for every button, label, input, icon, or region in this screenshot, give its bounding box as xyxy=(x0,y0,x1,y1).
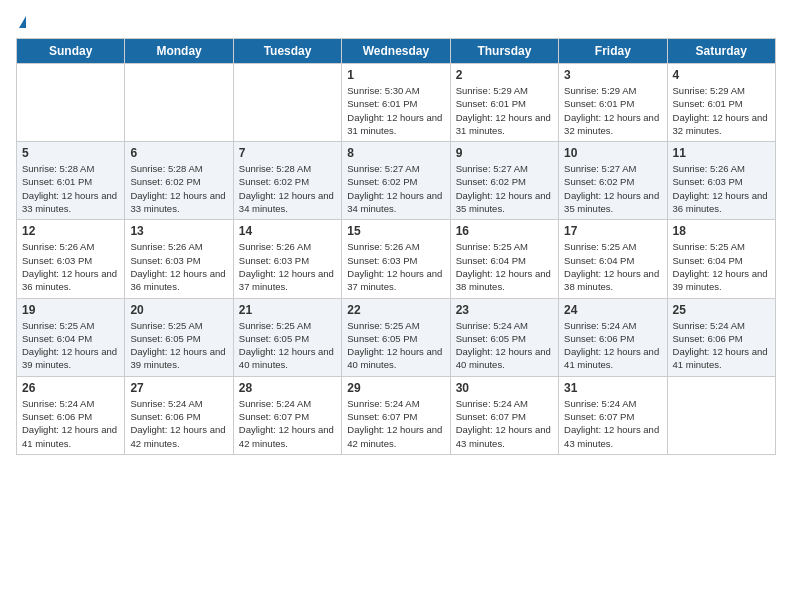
day-number: 31 xyxy=(564,381,661,395)
table-row: 14Sunrise: 5:26 AM Sunset: 6:03 PM Dayli… xyxy=(233,220,341,298)
table-row: 6Sunrise: 5:28 AM Sunset: 6:02 PM Daylig… xyxy=(125,142,233,220)
day-number: 9 xyxy=(456,146,553,160)
table-row xyxy=(233,64,341,142)
col-wednesday: Wednesday xyxy=(342,39,450,64)
day-info: Sunrise: 5:26 AM Sunset: 6:03 PM Dayligh… xyxy=(130,240,227,293)
day-number: 20 xyxy=(130,303,227,317)
table-row: 4Sunrise: 5:29 AM Sunset: 6:01 PM Daylig… xyxy=(667,64,775,142)
day-number: 12 xyxy=(22,224,119,238)
table-row: 27Sunrise: 5:24 AM Sunset: 6:06 PM Dayli… xyxy=(125,376,233,454)
col-saturday: Saturday xyxy=(667,39,775,64)
day-info: Sunrise: 5:25 AM Sunset: 6:04 PM Dayligh… xyxy=(564,240,661,293)
day-info: Sunrise: 5:25 AM Sunset: 6:04 PM Dayligh… xyxy=(22,319,119,372)
day-number: 16 xyxy=(456,224,553,238)
col-monday: Monday xyxy=(125,39,233,64)
table-row xyxy=(125,64,233,142)
table-row: 19Sunrise: 5:25 AM Sunset: 6:04 PM Dayli… xyxy=(17,298,125,376)
day-number: 21 xyxy=(239,303,336,317)
day-info: Sunrise: 5:26 AM Sunset: 6:03 PM Dayligh… xyxy=(239,240,336,293)
table-row: 26Sunrise: 5:24 AM Sunset: 6:06 PM Dayli… xyxy=(17,376,125,454)
col-sunday: Sunday xyxy=(17,39,125,64)
table-row: 25Sunrise: 5:24 AM Sunset: 6:06 PM Dayli… xyxy=(667,298,775,376)
day-number: 24 xyxy=(564,303,661,317)
table-row xyxy=(667,376,775,454)
day-info: Sunrise: 5:24 AM Sunset: 6:07 PM Dayligh… xyxy=(456,397,553,450)
day-number: 28 xyxy=(239,381,336,395)
day-info: Sunrise: 5:25 AM Sunset: 6:05 PM Dayligh… xyxy=(130,319,227,372)
day-number: 6 xyxy=(130,146,227,160)
table-row: 10Sunrise: 5:27 AM Sunset: 6:02 PM Dayli… xyxy=(559,142,667,220)
day-info: Sunrise: 5:24 AM Sunset: 6:06 PM Dayligh… xyxy=(130,397,227,450)
day-info: Sunrise: 5:24 AM Sunset: 6:06 PM Dayligh… xyxy=(564,319,661,372)
day-info: Sunrise: 5:24 AM Sunset: 6:07 PM Dayligh… xyxy=(239,397,336,450)
table-row: 1Sunrise: 5:30 AM Sunset: 6:01 PM Daylig… xyxy=(342,64,450,142)
table-row: 13Sunrise: 5:26 AM Sunset: 6:03 PM Dayli… xyxy=(125,220,233,298)
table-row: 16Sunrise: 5:25 AM Sunset: 6:04 PM Dayli… xyxy=(450,220,558,298)
day-info: Sunrise: 5:30 AM Sunset: 6:01 PM Dayligh… xyxy=(347,84,444,137)
day-info: Sunrise: 5:26 AM Sunset: 6:03 PM Dayligh… xyxy=(347,240,444,293)
calendar-week-row: 19Sunrise: 5:25 AM Sunset: 6:04 PM Dayli… xyxy=(17,298,776,376)
day-number: 22 xyxy=(347,303,444,317)
day-info: Sunrise: 5:24 AM Sunset: 6:06 PM Dayligh… xyxy=(673,319,770,372)
table-row: 29Sunrise: 5:24 AM Sunset: 6:07 PM Dayli… xyxy=(342,376,450,454)
day-number: 26 xyxy=(22,381,119,395)
day-info: Sunrise: 5:29 AM Sunset: 6:01 PM Dayligh… xyxy=(456,84,553,137)
day-number: 8 xyxy=(347,146,444,160)
table-row: 15Sunrise: 5:26 AM Sunset: 6:03 PM Dayli… xyxy=(342,220,450,298)
table-row: 23Sunrise: 5:24 AM Sunset: 6:05 PM Dayli… xyxy=(450,298,558,376)
calendar-week-row: 26Sunrise: 5:24 AM Sunset: 6:06 PM Dayli… xyxy=(17,376,776,454)
day-number: 30 xyxy=(456,381,553,395)
day-number: 14 xyxy=(239,224,336,238)
logo-triangle-icon xyxy=(19,16,26,28)
table-row: 22Sunrise: 5:25 AM Sunset: 6:05 PM Dayli… xyxy=(342,298,450,376)
day-info: Sunrise: 5:24 AM Sunset: 6:06 PM Dayligh… xyxy=(22,397,119,450)
day-info: Sunrise: 5:28 AM Sunset: 6:02 PM Dayligh… xyxy=(130,162,227,215)
table-row: 24Sunrise: 5:24 AM Sunset: 6:06 PM Dayli… xyxy=(559,298,667,376)
day-number: 1 xyxy=(347,68,444,82)
table-row: 18Sunrise: 5:25 AM Sunset: 6:04 PM Dayli… xyxy=(667,220,775,298)
day-info: Sunrise: 5:28 AM Sunset: 6:02 PM Dayligh… xyxy=(239,162,336,215)
day-number: 2 xyxy=(456,68,553,82)
day-info: Sunrise: 5:28 AM Sunset: 6:01 PM Dayligh… xyxy=(22,162,119,215)
calendar-header-row: Sunday Monday Tuesday Wednesday Thursday… xyxy=(17,39,776,64)
table-row: 7Sunrise: 5:28 AM Sunset: 6:02 PM Daylig… xyxy=(233,142,341,220)
day-info: Sunrise: 5:27 AM Sunset: 6:02 PM Dayligh… xyxy=(456,162,553,215)
table-row: 31Sunrise: 5:24 AM Sunset: 6:07 PM Dayli… xyxy=(559,376,667,454)
day-number: 11 xyxy=(673,146,770,160)
calendar-week-row: 12Sunrise: 5:26 AM Sunset: 6:03 PM Dayli… xyxy=(17,220,776,298)
day-number: 3 xyxy=(564,68,661,82)
day-info: Sunrise: 5:24 AM Sunset: 6:07 PM Dayligh… xyxy=(564,397,661,450)
day-number: 27 xyxy=(130,381,227,395)
table-row: 11Sunrise: 5:26 AM Sunset: 6:03 PM Dayli… xyxy=(667,142,775,220)
day-info: Sunrise: 5:27 AM Sunset: 6:02 PM Dayligh… xyxy=(564,162,661,215)
col-tuesday: Tuesday xyxy=(233,39,341,64)
day-info: Sunrise: 5:25 AM Sunset: 6:04 PM Dayligh… xyxy=(673,240,770,293)
table-row xyxy=(17,64,125,142)
calendar-week-row: 5Sunrise: 5:28 AM Sunset: 6:01 PM Daylig… xyxy=(17,142,776,220)
table-row: 20Sunrise: 5:25 AM Sunset: 6:05 PM Dayli… xyxy=(125,298,233,376)
day-number: 23 xyxy=(456,303,553,317)
table-row: 17Sunrise: 5:25 AM Sunset: 6:04 PM Dayli… xyxy=(559,220,667,298)
day-info: Sunrise: 5:29 AM Sunset: 6:01 PM Dayligh… xyxy=(564,84,661,137)
day-info: Sunrise: 5:27 AM Sunset: 6:02 PM Dayligh… xyxy=(347,162,444,215)
calendar-week-row: 1Sunrise: 5:30 AM Sunset: 6:01 PM Daylig… xyxy=(17,64,776,142)
day-number: 15 xyxy=(347,224,444,238)
day-number: 7 xyxy=(239,146,336,160)
day-number: 4 xyxy=(673,68,770,82)
day-info: Sunrise: 5:25 AM Sunset: 6:04 PM Dayligh… xyxy=(456,240,553,293)
table-row: 12Sunrise: 5:26 AM Sunset: 6:03 PM Dayli… xyxy=(17,220,125,298)
calendar-table: Sunday Monday Tuesday Wednesday Thursday… xyxy=(16,38,776,455)
col-thursday: Thursday xyxy=(450,39,558,64)
col-friday: Friday xyxy=(559,39,667,64)
day-info: Sunrise: 5:26 AM Sunset: 6:03 PM Dayligh… xyxy=(22,240,119,293)
day-number: 5 xyxy=(22,146,119,160)
day-info: Sunrise: 5:24 AM Sunset: 6:07 PM Dayligh… xyxy=(347,397,444,450)
day-info: Sunrise: 5:29 AM Sunset: 6:01 PM Dayligh… xyxy=(673,84,770,137)
table-row: 9Sunrise: 5:27 AM Sunset: 6:02 PM Daylig… xyxy=(450,142,558,220)
table-row: 28Sunrise: 5:24 AM Sunset: 6:07 PM Dayli… xyxy=(233,376,341,454)
day-number: 13 xyxy=(130,224,227,238)
day-number: 19 xyxy=(22,303,119,317)
day-info: Sunrise: 5:26 AM Sunset: 6:03 PM Dayligh… xyxy=(673,162,770,215)
day-number: 18 xyxy=(673,224,770,238)
day-info: Sunrise: 5:24 AM Sunset: 6:05 PM Dayligh… xyxy=(456,319,553,372)
